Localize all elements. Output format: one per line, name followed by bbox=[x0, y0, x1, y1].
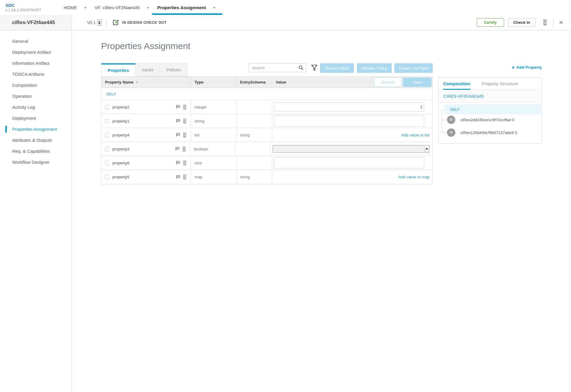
value-boolean-select[interactable] bbox=[273, 145, 429, 153]
workspace-actions: Certify Check in ✕ bbox=[477, 15, 571, 30]
main-content: Properties Assignment PropertiesInputsPo… bbox=[72, 30, 571, 392]
comment-icon[interactable] bbox=[175, 147, 180, 151]
check-in-button[interactable]: Check in bbox=[508, 18, 536, 27]
tree-node-cires120d44fa76b57137adc9-0[interactable]: RciRes120d44fa76b57137adc9 0 bbox=[447, 128, 517, 137]
delete-property-icon[interactable] bbox=[183, 133, 187, 138]
panel-tab-composition[interactable]: Composition bbox=[443, 78, 470, 90]
column-header-property-name[interactable]: Property Name ▼ bbox=[101, 77, 191, 88]
sidebar-item-workflow-designer[interactable]: Workflow Designer bbox=[0, 157, 71, 168]
tab-inputs[interactable]: Inputs bbox=[136, 63, 160, 76]
table-group-self[interactable]: SELF bbox=[101, 88, 432, 100]
certify-button[interactable]: Certify bbox=[477, 18, 504, 27]
sidebar-item-properties-assignment[interactable]: Properties Assignment bbox=[0, 124, 71, 135]
sidebar-item-general[interactable]: General bbox=[0, 36, 71, 47]
delete-component-icon[interactable] bbox=[542, 19, 548, 26]
breadcrumb: HOME▶VF: ciRes-VF2f4ae445▶Properties Ass… bbox=[58, 0, 218, 15]
property-name-label: property6 bbox=[112, 161, 129, 165]
property-type: integer bbox=[191, 100, 236, 114]
tree-node-cires2dd245ce1c9f741cffad-0[interactable]: RciRes2dd245ce1c9f741cffad 0 bbox=[447, 116, 514, 124]
filter-icon[interactable] bbox=[311, 64, 318, 71]
sidebar-item-req-capabilities[interactable]: Req. & Capabilities bbox=[0, 146, 71, 157]
sidebar-item-attributes-outputs[interactable]: Attributes & Outputs bbox=[0, 135, 71, 146]
column-header-type: Type bbox=[191, 77, 236, 88]
divider bbox=[553, 18, 553, 27]
add-value-link[interactable]: Add value to map bbox=[398, 175, 429, 179]
breadcrumb-label: Properties Assignment bbox=[152, 5, 206, 10]
properties-tabs: PropertiesInputsPolicies bbox=[101, 63, 188, 76]
panel-tab-property-structure[interactable]: Property Structure bbox=[482, 78, 518, 90]
tab-properties[interactable]: Properties bbox=[101, 63, 136, 76]
composition-panel: CompositionProperty Structure CIRES-VF2F… bbox=[438, 77, 542, 144]
table-header: Property Name ▼ Type EntrySchema Value D… bbox=[101, 77, 432, 88]
property-entryschema: string bbox=[236, 128, 272, 142]
close-icon[interactable]: ✕ bbox=[559, 19, 563, 26]
row-checkbox[interactable] bbox=[105, 161, 109, 165]
table-row-property4: property4liststringAdd value to list bbox=[101, 128, 432, 142]
value-number-input[interactable] bbox=[274, 103, 424, 111]
comment-icon[interactable] bbox=[176, 105, 180, 109]
property-name-label: property2 bbox=[112, 105, 129, 109]
row-checkbox[interactable] bbox=[105, 147, 109, 151]
declare-input-button[interactable]: Declare Input bbox=[320, 63, 354, 73]
table-row-property6: property6size bbox=[101, 156, 432, 170]
column-header-label: Value bbox=[276, 80, 286, 84]
breadcrumb-item-home[interactable]: HOME▶ bbox=[58, 0, 89, 15]
search-box bbox=[249, 63, 306, 72]
row-checkbox[interactable] bbox=[105, 133, 109, 137]
breadcrumb-item-properties-assignment[interactable]: Properties Assignment▶ bbox=[152, 0, 218, 15]
version-up-icon bbox=[98, 21, 101, 22]
row-checkbox[interactable] bbox=[105, 105, 109, 109]
component-name-row[interactable]: CIRES-VF2F4AE445 bbox=[438, 90, 542, 103]
comment-icon[interactable] bbox=[176, 133, 180, 137]
tree-node-self[interactable]: SELF bbox=[445, 104, 541, 114]
comment-icon[interactable] bbox=[176, 175, 180, 180]
comment-icon[interactable] bbox=[176, 160, 180, 165]
property-name-label: property3 bbox=[112, 147, 129, 151]
app-name: SDC bbox=[5, 3, 58, 8]
tree-node-label: ciRes2dd245ce1c9f741cffad 0 bbox=[460, 118, 514, 122]
property-value-cell bbox=[272, 100, 432, 114]
property-value-cell: Add value to list bbox=[272, 128, 432, 142]
row-checkbox[interactable] bbox=[105, 119, 109, 123]
add-property-button[interactable]: + Add Property bbox=[512, 65, 542, 70]
delete-property-icon[interactable] bbox=[183, 105, 187, 110]
number-spinner[interactable] bbox=[419, 103, 423, 111]
sidebar-item-composition[interactable]: Composition bbox=[0, 80, 71, 91]
delete-property-icon[interactable] bbox=[182, 147, 186, 152]
search-icon[interactable] bbox=[299, 65, 303, 70]
value-text-input[interactable] bbox=[274, 115, 424, 127]
create-list-input-button[interactable]: Create List Input bbox=[394, 63, 433, 73]
declare-policy-button[interactable]: Declare Policy bbox=[357, 63, 392, 73]
property-name-label: property5 bbox=[112, 175, 129, 179]
tab-policies[interactable]: Policies bbox=[160, 63, 188, 76]
discard-button[interactable]: Discard bbox=[374, 78, 402, 87]
top-bar: SDC v.1.16.1-SNAPSHOT HOME▶VF: ciRes-VF2… bbox=[0, 0, 571, 15]
sidebar-item-deployment[interactable]: Deployment bbox=[0, 113, 71, 124]
row-actions bbox=[176, 119, 187, 124]
sidebar-item-operation[interactable]: Operation bbox=[0, 91, 71, 102]
tree-guide bbox=[442, 109, 445, 110]
comment-icon[interactable] bbox=[176, 119, 180, 123]
sidebar-item-information-artifact[interactable]: Information Artifact bbox=[0, 58, 71, 69]
save-button[interactable]: Save bbox=[403, 78, 432, 87]
version-selector[interactable] bbox=[97, 19, 102, 26]
lifecycle-status: IN DESIGN CHECK OUT bbox=[122, 21, 167, 25]
sidebar-item-activity-log[interactable]: Activity Log bbox=[0, 102, 71, 113]
breadcrumb-item-vf-cires-vf2f4ae445[interactable]: VF: ciRes-VF2f4ae445▶ bbox=[89, 0, 152, 15]
sidebar-item-tosca-artifacts[interactable]: TOSCA Artifacts bbox=[0, 69, 71, 80]
add-value-link[interactable]: Add value to list bbox=[401, 133, 429, 137]
property-name-cell: property4 bbox=[101, 128, 191, 142]
search-input[interactable] bbox=[249, 66, 299, 70]
row-actions bbox=[176, 133, 187, 138]
sidebar-item-deployment-artifact[interactable]: Deployment Artifact bbox=[0, 47, 71, 58]
row-checkbox[interactable] bbox=[105, 175, 109, 179]
table-body: property2integerproperty1stringproperty4… bbox=[101, 100, 432, 184]
delete-property-icon[interactable] bbox=[183, 174, 187, 180]
delete-property-icon[interactable] bbox=[183, 160, 187, 166]
property-value-cell bbox=[271, 142, 432, 156]
workspace-title: ciRes-VF2f4ae445 bbox=[0, 15, 72, 30]
delete-property-icon[interactable] bbox=[183, 119, 187, 124]
property-name-label: property1 bbox=[112, 119, 129, 123]
value-text-input[interactable] bbox=[274, 157, 424, 169]
resource-avatar: R bbox=[447, 128, 455, 137]
